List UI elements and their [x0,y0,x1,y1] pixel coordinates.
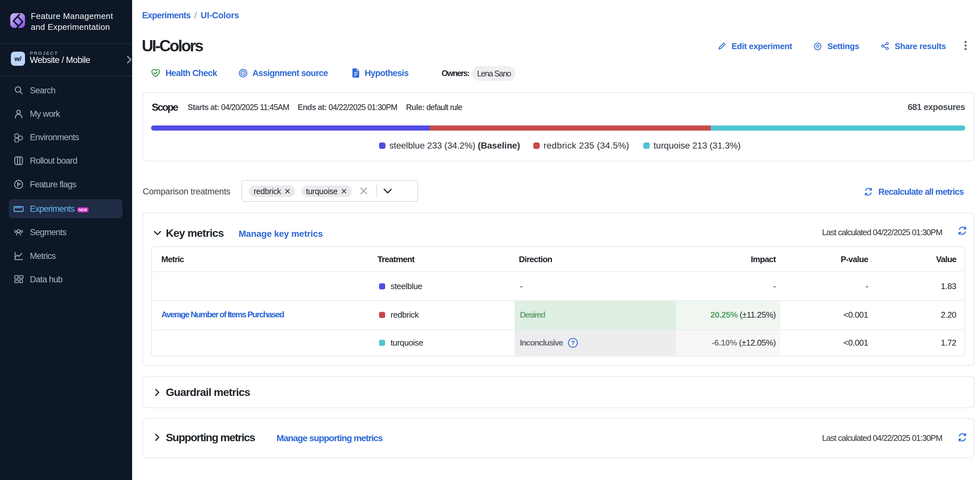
svg-text:?: ? [571,340,575,346]
